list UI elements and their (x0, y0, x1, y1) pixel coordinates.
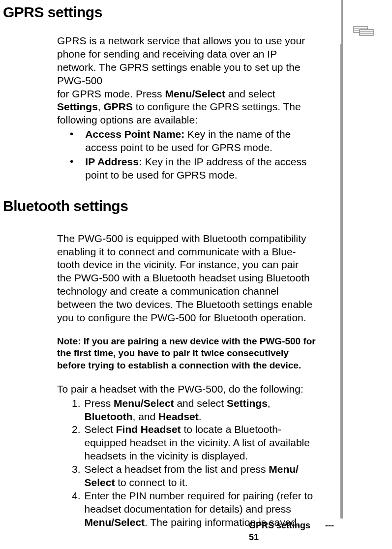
bullet-text: IP Address: Key in the IP address of the… (85, 155, 318, 182)
gprs-paragraph: GPRS is a network service that allows yo… (57, 34, 318, 127)
page-margin-icon (353, 24, 377, 37)
list-item: • IP Address: Key in the IP address of t… (70, 155, 318, 182)
heading-bluetooth: Bluetooth settings (3, 198, 334, 214)
list-item: • Access Point Name: Key in the name of … (70, 128, 318, 154)
bullet-icon: • (70, 128, 73, 154)
text: between the two devices. The Bluetooth s… (57, 299, 312, 323)
footer-dash: --- (325, 520, 334, 530)
label-gprs: GPRS (104, 101, 133, 112)
option-title: IP Address: (85, 156, 142, 167)
heading-gprs: GPRS settings (3, 4, 334, 21)
page-number: 51 (249, 532, 259, 542)
note-text: Note: If you are pairing a new device wi… (57, 336, 318, 372)
bullet-text: Access Point Name: Key in the name of th… (85, 128, 318, 154)
option-title: Access Point Name: (85, 128, 184, 140)
bullet-icon: • (70, 155, 73, 182)
page-footer: GPRS settings --- 51 (249, 520, 334, 543)
step-number: 4. (72, 489, 81, 529)
text: the PWG-500 with a Bluetooth headset usi… (57, 272, 310, 297)
pair-intro: To pair a headset with the PWG-500, do t… (57, 383, 318, 396)
text: The PWG-500 is equipped with Bluetooth c… (57, 233, 306, 271)
list-item: 2. Select Find Headset to locate a Bluet… (72, 423, 318, 463)
step-text: Select Find Headset to locate a Bluetoot… (85, 423, 318, 463)
text: GPRS is a network service that allows yo… (57, 35, 305, 86)
footer-title: GPRS settings (249, 520, 310, 530)
list-item: 1. Press Menu/Select and select Settings… (72, 397, 318, 424)
label-settings: Settings (57, 101, 98, 112)
step-text: Press Menu/Select and select Settings, B… (85, 397, 318, 424)
svg-rect-3 (360, 30, 373, 35)
text: for GPRS mode. Press (57, 88, 165, 99)
gprs-options-list: • Access Point Name: Key in the name of … (70, 128, 318, 182)
text: , (98, 101, 104, 112)
step-number: 1. (72, 397, 81, 424)
step-text: Select a headset from the list and press… (85, 463, 318, 489)
text: and select (225, 88, 275, 99)
bluetooth-paragraph: The PWG-500 is equipped with Bluetooth c… (57, 232, 318, 325)
page-border-right-inner (340, 44, 341, 518)
pairing-steps-list: 1. Press Menu/Select and select Settings… (72, 397, 318, 529)
step-number: 3. (72, 463, 81, 489)
step-number: 2. (72, 423, 81, 463)
page-border-right (341, 0, 343, 518)
label-menu-select: Menu/Select (165, 88, 225, 99)
list-item: 3. Select a headset from the list and pr… (72, 463, 318, 489)
